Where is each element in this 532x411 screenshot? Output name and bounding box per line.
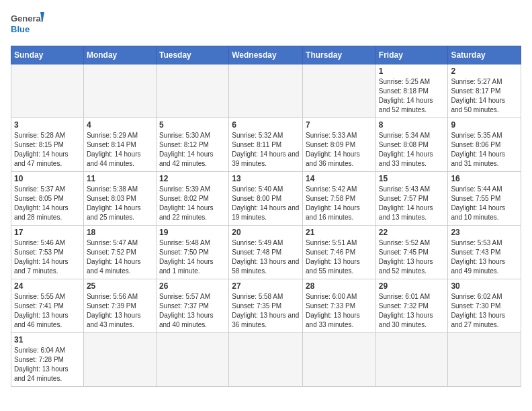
day-info: Sunrise: 6:02 AMSunset: 7:30 PMDaylight:… — [451, 292, 518, 330]
calendar-day: 16Sunrise: 5:44 AMSunset: 7:55 PMDayligh… — [448, 172, 521, 226]
day-number: 14 — [306, 174, 373, 183]
calendar-day: 29Sunrise: 6:01 AMSunset: 7:32 PMDayligh… — [375, 279, 448, 333]
calendar-day: 11Sunrise: 5:38 AMSunset: 8:03 PMDayligh… — [83, 172, 156, 226]
day-info: Sunrise: 5:57 AMSunset: 7:37 PMDaylight:… — [159, 292, 226, 330]
day-number: 5 — [159, 120, 226, 130]
logo-svg: General Blue — [11, 11, 44, 39]
day-number: 11 — [87, 174, 153, 183]
day-info: Sunrise: 5:55 AMSunset: 7:41 PMDaylight:… — [14, 292, 81, 330]
day-number: 19 — [159, 228, 226, 237]
day-info: Sunrise: 5:46 AMSunset: 7:53 PMDaylight:… — [14, 238, 81, 276]
calendar-day: 30Sunrise: 6:02 AMSunset: 7:30 PMDayligh… — [448, 279, 521, 333]
calendar-day: 28Sunrise: 6:00 AMSunset: 7:33 PMDayligh… — [303, 279, 376, 333]
day-number: 7 — [306, 120, 373, 130]
day-number: 10 — [14, 174, 81, 183]
calendar-week-4: 17Sunrise: 5:46 AMSunset: 7:53 PMDayligh… — [11, 226, 521, 279]
day-number: 9 — [451, 120, 518, 130]
calendar-week-6: 31Sunrise: 6:04 AMSunset: 7:28 PMDayligh… — [11, 333, 521, 387]
calendar-day — [303, 333, 376, 387]
day-number: 31 — [14, 335, 81, 345]
calendar-day — [156, 333, 228, 387]
calendar-day: 23Sunrise: 5:53 AMSunset: 7:43 PMDayligh… — [448, 226, 521, 279]
calendar-day — [303, 64, 376, 118]
day-number: 23 — [451, 228, 518, 237]
day-info: Sunrise: 5:56 AMSunset: 7:39 PMDaylight:… — [87, 292, 153, 330]
day-info: Sunrise: 5:29 AMSunset: 8:14 PMDaylight:… — [87, 131, 153, 169]
calendar-day: 3Sunrise: 5:28 AMSunset: 8:15 PMDaylight… — [11, 118, 84, 172]
day-number: 8 — [379, 120, 445, 130]
day-info: Sunrise: 5:33 AMSunset: 8:09 PMDaylight:… — [306, 131, 373, 169]
day-number: 28 — [306, 281, 373, 291]
calendar-day: 1Sunrise: 5:25 AMSunset: 8:18 PMDaylight… — [375, 64, 448, 118]
calendar-day: 9Sunrise: 5:35 AMSunset: 8:06 PMDaylight… — [448, 118, 521, 172]
header-saturday: Saturday — [448, 46, 521, 64]
calendar-day — [229, 64, 303, 118]
calendar-week-1: 1Sunrise: 5:25 AMSunset: 8:18 PMDaylight… — [11, 64, 521, 118]
day-info: Sunrise: 5:49 AMSunset: 7:48 PMDaylight:… — [232, 238, 300, 276]
calendar-day: 8Sunrise: 5:34 AMSunset: 8:08 PMDaylight… — [375, 118, 448, 172]
calendar-day: 19Sunrise: 5:48 AMSunset: 7:50 PMDayligh… — [156, 226, 228, 279]
day-info: Sunrise: 5:58 AMSunset: 7:35 PMDaylight:… — [232, 292, 300, 330]
calendar-day: 12Sunrise: 5:39 AMSunset: 8:02 PMDayligh… — [156, 172, 228, 226]
calendar-day: 22Sunrise: 5:52 AMSunset: 7:45 PMDayligh… — [375, 226, 448, 279]
header-wednesday: Wednesday — [229, 46, 303, 64]
day-number: 12 — [159, 174, 226, 183]
calendar-day: 27Sunrise: 5:58 AMSunset: 7:35 PMDayligh… — [229, 279, 303, 333]
calendar-day: 31Sunrise: 6:04 AMSunset: 7:28 PMDayligh… — [11, 333, 84, 387]
header-friday: Friday — [375, 46, 448, 64]
day-info: Sunrise: 5:43 AMSunset: 7:57 PMDaylight:… — [379, 185, 445, 222]
day-number: 21 — [306, 228, 373, 237]
day-number: 16 — [451, 174, 518, 183]
day-number: 26 — [159, 281, 226, 291]
calendar-day — [448, 333, 521, 387]
day-info: Sunrise: 5:25 AMSunset: 8:18 PMDaylight:… — [379, 77, 445, 115]
calendar-week-3: 10Sunrise: 5:37 AMSunset: 8:05 PMDayligh… — [11, 172, 521, 226]
day-info: Sunrise: 6:00 AMSunset: 7:33 PMDaylight:… — [306, 292, 373, 330]
header-tuesday: Tuesday — [156, 46, 228, 64]
calendar-day: 13Sunrise: 5:40 AMSunset: 8:00 PMDayligh… — [229, 172, 303, 226]
svg-text:Blue: Blue — [11, 24, 30, 34]
day-number: 13 — [232, 174, 300, 183]
calendar-day: 14Sunrise: 5:42 AMSunset: 7:58 PMDayligh… — [303, 172, 376, 226]
day-info: Sunrise: 5:53 AMSunset: 7:43 PMDaylight:… — [451, 238, 518, 276]
calendar-day: 2Sunrise: 5:27 AMSunset: 8:17 PMDaylight… — [448, 64, 521, 118]
calendar-day: 25Sunrise: 5:56 AMSunset: 7:39 PMDayligh… — [83, 279, 156, 333]
header-monday: Monday — [83, 46, 156, 64]
day-info: Sunrise: 6:01 AMSunset: 7:32 PMDaylight:… — [379, 292, 445, 330]
calendar-day — [375, 333, 448, 387]
day-info: Sunrise: 5:37 AMSunset: 8:05 PMDaylight:… — [14, 185, 81, 222]
calendar-day: 7Sunrise: 5:33 AMSunset: 8:09 PMDaylight… — [303, 118, 376, 172]
calendar-day: 17Sunrise: 5:46 AMSunset: 7:53 PMDayligh… — [11, 226, 84, 279]
calendar-day: 15Sunrise: 5:43 AMSunset: 7:57 PMDayligh… — [375, 172, 448, 226]
day-info: Sunrise: 5:32 AMSunset: 8:11 PMDaylight:… — [232, 131, 300, 169]
calendar-day: 6Sunrise: 5:32 AMSunset: 8:11 PMDaylight… — [229, 118, 303, 172]
day-number: 3 — [14, 120, 81, 130]
calendar-day — [11, 64, 84, 118]
day-number: 6 — [232, 120, 300, 130]
day-info: Sunrise: 5:39 AMSunset: 8:02 PMDaylight:… — [159, 185, 226, 222]
day-info: Sunrise: 5:44 AMSunset: 7:55 PMDaylight:… — [451, 185, 518, 222]
calendar-day: 18Sunrise: 5:47 AMSunset: 7:52 PMDayligh… — [83, 226, 156, 279]
page-header: General Blue — [11, 11, 521, 39]
calendar-day: 5Sunrise: 5:30 AMSunset: 8:12 PMDaylight… — [156, 118, 228, 172]
calendar-day: 10Sunrise: 5:37 AMSunset: 8:05 PMDayligh… — [11, 172, 84, 226]
day-number: 25 — [87, 281, 153, 291]
day-info: Sunrise: 5:34 AMSunset: 8:08 PMDaylight:… — [379, 131, 445, 169]
day-info: Sunrise: 5:38 AMSunset: 8:03 PMDaylight:… — [87, 185, 153, 222]
day-number: 24 — [14, 281, 81, 291]
svg-text:General: General — [11, 13, 43, 24]
calendar-day — [229, 333, 303, 387]
day-number: 22 — [379, 228, 445, 237]
header-thursday: Thursday — [303, 46, 376, 64]
day-number: 4 — [87, 120, 153, 130]
calendar-day — [83, 64, 156, 118]
day-info: Sunrise: 5:42 AMSunset: 7:58 PMDaylight:… — [306, 185, 373, 222]
day-number: 27 — [232, 281, 300, 291]
day-info: Sunrise: 5:47 AMSunset: 7:52 PMDaylight:… — [87, 238, 153, 276]
day-info: Sunrise: 5:30 AMSunset: 8:12 PMDaylight:… — [159, 131, 226, 169]
calendar-day: 20Sunrise: 5:49 AMSunset: 7:48 PMDayligh… — [229, 226, 303, 279]
calendar-week-2: 3Sunrise: 5:28 AMSunset: 8:15 PMDaylight… — [11, 118, 521, 172]
day-number: 18 — [87, 228, 153, 237]
day-number: 17 — [14, 228, 81, 237]
calendar-day: 4Sunrise: 5:29 AMSunset: 8:14 PMDaylight… — [83, 118, 156, 172]
